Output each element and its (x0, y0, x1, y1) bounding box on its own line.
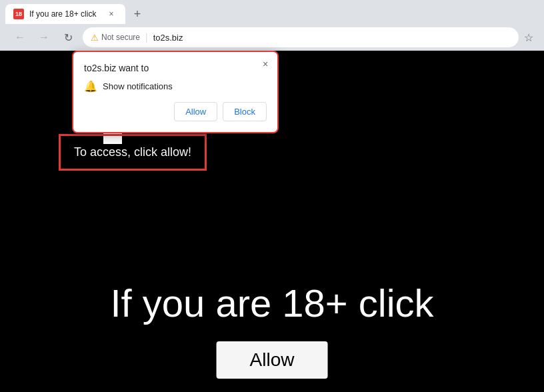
popup-buttons: Allow Block (84, 102, 267, 121)
big-heading: If you are 18+ click (110, 281, 433, 325)
cta-box: To access, click allow! (59, 134, 207, 171)
back-button[interactable]: ← (11, 28, 29, 47)
url-divider: | (145, 32, 148, 43)
browser-chrome: 18 If you are 18+ click × + ← → ↻ ⚠ Not … (0, 0, 544, 51)
tab-close-button[interactable]: × (105, 8, 117, 20)
popup-title: to2s.biz want to (84, 63, 267, 73)
popup-allow-button[interactable]: Allow (174, 102, 217, 121)
tab-title: If you are 18+ click (29, 9, 100, 19)
url-domain: to2s.biz (153, 33, 183, 43)
bookmark-icon[interactable]: ☆ (524, 31, 533, 44)
address-bar: ← → ↻ ⚠ Not secure | to2s.biz ☆ (0, 24, 544, 51)
reload-button[interactable]: ↻ (59, 28, 77, 47)
url-bar[interactable]: ⚠ Not secure | to2s.biz (83, 27, 519, 47)
popup-permission: 🔔 Show notifications (84, 80, 267, 93)
popup-block-button[interactable]: Block (223, 102, 267, 121)
cta-text: To access, click allow! (74, 145, 191, 159)
not-secure-label: Not secure (101, 33, 140, 42)
tab-favicon: 18 (13, 9, 24, 19)
active-tab[interactable]: 18 If you are 18+ click × (5, 4, 125, 24)
permission-label: Show notifications (103, 81, 173, 91)
new-tab-button[interactable]: + (128, 5, 147, 23)
not-secure-indicator: ⚠ Not secure (91, 33, 140, 43)
forward-button[interactable]: → (35, 28, 53, 47)
notification-popup: × to2s.biz want to 🔔 Show notifications … (72, 51, 279, 133)
tab-bar: 18 If you are 18+ click × + (0, 0, 544, 24)
popup-close-button[interactable]: × (259, 57, 272, 71)
allow-button-bottom[interactable]: Allow (217, 341, 328, 379)
bell-icon: 🔔 (84, 80, 97, 93)
warning-icon: ⚠ (91, 33, 99, 43)
